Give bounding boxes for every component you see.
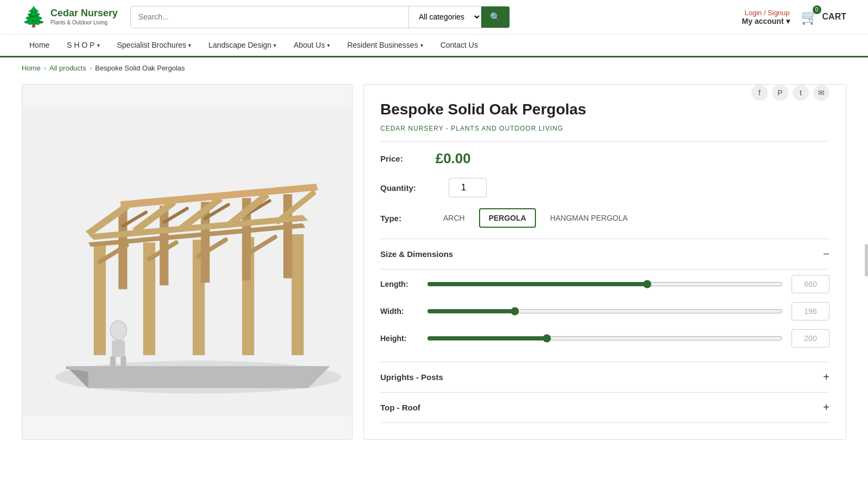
height-slider-container <box>427 333 783 344</box>
length-slider-container <box>427 279 783 290</box>
nav-item-s-h-o-p[interactable]: S H O P ▾ <box>59 34 107 56</box>
length-value-input[interactable] <box>792 275 829 293</box>
size-dimensions-header[interactable]: Size & Dimensions − <box>380 239 829 269</box>
width-slider[interactable] <box>427 307 783 316</box>
chevron-down-icon: ▾ <box>273 42 276 48</box>
chevron-down-icon: ▾ <box>327 42 330 48</box>
search-category-select[interactable]: All categories <box>409 7 481 28</box>
length-slider-row: Length: <box>380 275 829 293</box>
product-title: Bespoke Solid Oak Pergolas <box>380 101 586 118</box>
login-signup-link[interactable]: Login / Signup <box>742 9 790 17</box>
cart-icon-wrap: 🛒 0 <box>801 9 818 25</box>
svg-point-30 <box>110 320 126 340</box>
header: 🌲 Cedar Nursery Plants & Outdoor Living … <box>0 0 868 34</box>
search-button[interactable]: 🔍 <box>481 7 509 28</box>
quantity-row: Quantity: <box>380 178 829 197</box>
chevron-down-icon: ▾ <box>786 17 790 25</box>
breadcrumb-current: Bespoke Solid Oak Pergolas <box>95 64 184 72</box>
header-right: Login / Signup My account ▾ 🛒 0 CART <box>742 9 846 25</box>
breadcrumb-link-home[interactable]: Home <box>22 64 41 72</box>
uprights-posts-title: Uprights - Posts <box>380 373 443 382</box>
price-label: Price: <box>380 154 403 163</box>
width-slider-container <box>427 306 783 317</box>
quantity-label: Quantity: <box>380 183 416 192</box>
height-label: Height: <box>380 334 418 343</box>
height-slider-row: Height: <box>380 329 829 348</box>
cart-button[interactable]: 🛒 0 CART <box>801 9 846 25</box>
uprights-posts-expand-icon: + <box>823 371 829 383</box>
nav-item-about-us[interactable]: About Us ▾ <box>286 34 337 56</box>
quantity-input[interactable] <box>449 178 487 197</box>
logo-sub: Plants & Outdoor Living <box>50 20 118 26</box>
svg-rect-33 <box>120 356 126 367</box>
uprights-posts-header[interactable]: Uprights - Posts + <box>380 362 829 393</box>
nav-item-specialist-brochures[interactable]: Specialist Brochures ▾ <box>110 34 199 56</box>
top-roof-title: Top - Roof <box>380 403 420 412</box>
nav-item-resident-businesses[interactable]: Resident Businesses ▾ <box>340 34 431 56</box>
type-option-arch[interactable]: ARCH <box>435 209 474 227</box>
product-image-panel <box>22 84 353 440</box>
nav-item-home[interactable]: Home <box>22 34 57 56</box>
product-details: Bespoke Solid Oak Pergolas f P t ✉ CEDAR… <box>363 84 846 440</box>
svg-rect-8 <box>292 234 304 355</box>
cart-label: CART <box>822 12 846 22</box>
size-dimensions-collapse-icon: − <box>823 248 829 260</box>
search-bar: All categories 🔍 <box>130 6 510 28</box>
width-value-input[interactable] <box>792 302 829 320</box>
nav: HomeS H O P ▾Specialist Brochures ▾Lands… <box>0 34 868 57</box>
logo-tree-icon: 🌲 <box>22 5 46 28</box>
breadcrumb-separator: › <box>44 64 46 72</box>
dimensions-body: Length: Width: Height: <box>380 269 829 362</box>
main-content: Bespoke Solid Oak Pergolas f P t ✉ CEDAR… <box>0 79 868 445</box>
type-option-pergola[interactable]: PERGOLA <box>479 208 536 228</box>
size-dimensions-title: Size & Dimensions <box>380 249 453 259</box>
type-label: Type: <box>380 214 424 223</box>
logo-name: Cedar Nursery <box>50 8 118 20</box>
facebook-share-button[interactable]: f <box>751 85 768 101</box>
chevron-down-icon: ▾ <box>420 42 423 48</box>
search-input[interactable] <box>131 7 409 28</box>
type-row: Type: ARCH PERGOLA HANGMAN PERGOLA <box>380 208 829 228</box>
breadcrumb-separator: › <box>90 64 92 72</box>
breadcrumb: Home›All products›Bespoke Solid Oak Perg… <box>0 57 868 79</box>
svg-rect-31 <box>112 341 125 357</box>
chevron-down-icon: ▾ <box>97 42 100 48</box>
email-share-button[interactable]: ✉ <box>813 85 829 101</box>
price-value: £0.00 <box>436 150 471 167</box>
cart-badge: 0 <box>813 5 821 14</box>
logo[interactable]: 🌲 Cedar Nursery Plants & Outdoor Living <box>22 5 119 28</box>
chevron-down-icon: ▾ <box>188 42 191 48</box>
length-label: Length: <box>380 280 418 288</box>
top-roof-header[interactable]: Top - Roof + <box>380 393 829 423</box>
width-label: Width: <box>380 307 418 316</box>
share-icons: f P t ✉ <box>751 85 829 101</box>
search-icon: 🔍 <box>490 12 501 22</box>
height-value-input[interactable] <box>792 329 829 348</box>
top-roof-expand-icon: + <box>823 401 829 414</box>
type-option-hangman[interactable]: HANGMAN PERGOLA <box>541 209 636 227</box>
pinterest-share-button[interactable]: P <box>772 85 788 101</box>
product-image-svg <box>22 108 352 415</box>
size-dimensions-accordion: Size & Dimensions − Length: Width: <box>380 239 829 423</box>
twitter-share-button[interactable]: t <box>793 85 809 101</box>
length-slider[interactable] <box>427 280 783 288</box>
width-slider-row: Width: <box>380 302 829 320</box>
price-row: Price: £0.00 <box>380 150 829 167</box>
logo-text: Cedar Nursery Plants & Outdoor Living <box>50 8 118 26</box>
brand-label: CEDAR NURSERY - PLANTS AND OUTDOOR LIVIN… <box>380 125 829 132</box>
svg-marker-2 <box>66 367 330 389</box>
scrollbar[interactable] <box>865 244 868 277</box>
nav-item-landscape-design[interactable]: Landscape Design ▾ <box>201 34 284 56</box>
divider-1 <box>380 141 829 142</box>
my-account-button[interactable]: My account ▾ <box>742 17 790 25</box>
nav-item-contact-us[interactable]: Contact Us <box>433 34 486 56</box>
breadcrumb-link-all-products[interactable]: All products <box>49 64 86 72</box>
type-options: ARCH PERGOLA HANGMAN PERGOLA <box>435 208 636 228</box>
height-slider[interactable] <box>427 334 783 343</box>
account-area: Login / Signup My account ▾ <box>742 9 790 25</box>
svg-rect-13 <box>283 194 292 278</box>
svg-rect-32 <box>110 356 116 367</box>
